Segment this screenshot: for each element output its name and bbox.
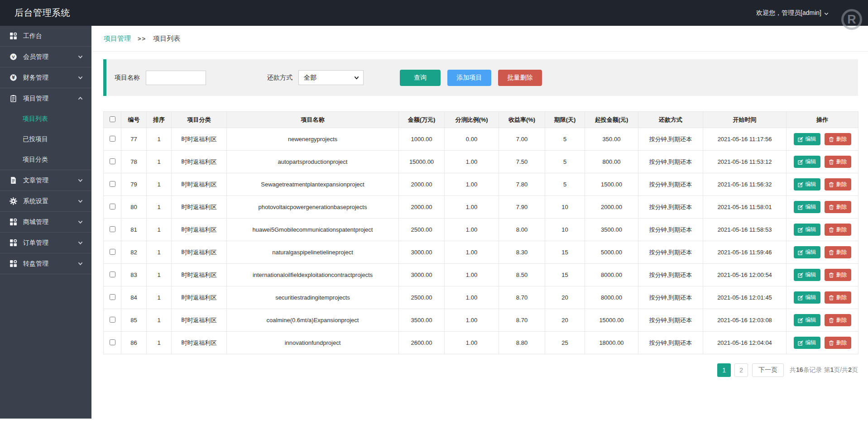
sidebar-item[interactable]: ¥ 财务管理 [0,67,91,88]
delete-button[interactable]: 删除 [825,337,851,349]
row-checkbox[interactable] [110,317,115,323]
cell-name: newenergyprojects [227,128,399,151]
projects-table: 编号排序项目分类项目名称金额(万元)分润比例(%)收益率(%)期限(天)起投金额… [103,111,858,354]
row-checkbox[interactable] [110,136,115,142]
row-checkbox[interactable] [110,158,115,164]
trash-icon [829,182,834,187]
chevron-down-icon [77,198,83,204]
cell-yield: 8.70 [499,309,545,332]
cell-profit-ratio: 1.00 [445,309,499,332]
cell-id: 85 [121,309,147,332]
app-title: 后台管理系统 [14,7,70,19]
edit-button[interactable]: 编辑 [794,156,820,168]
chevron-down-icon [77,261,83,267]
row-checkbox[interactable] [110,204,115,210]
edit-button[interactable]: 编辑 [794,178,820,191]
edit-button[interactable]: 编辑 [794,314,820,326]
column-header: 收益率(%) [499,112,545,128]
cell-actions: 编辑 删除 [786,151,858,173]
cell-yield: 7.80 [499,173,545,196]
cell-profit-ratio: 1.00 [445,286,499,309]
cell-actions: 编辑 删除 [786,128,858,151]
table-row: 85 1 时时返福利区 coalmine(0.6mt/a)Expansionpr… [104,309,858,332]
trash-icon [829,250,834,255]
sidebar-subitem[interactable]: 已投项目 [0,129,91,149]
chevron-up-icon [77,95,83,101]
cell-yield: 8.80 [499,332,545,354]
edit-button[interactable]: 编辑 [794,291,820,304]
edit-pencil-icon [798,137,803,142]
breadcrumb-section-link[interactable]: 项目管理 [104,34,131,43]
cell-actions: 编辑 删除 [786,264,858,286]
sidebar-item[interactable]: 订单管理 [0,233,91,253]
delete-button[interactable]: 删除 [825,133,851,145]
next-page-button[interactable]: 下一页 [752,363,784,377]
row-checkbox[interactable] [110,294,115,300]
cell-repayment: 按分钟,到期还本 [638,219,703,241]
main-area: 项目管理 >> 项目列表 项目名称 还款方式 全部 查询 [91,26,868,419]
edit-button[interactable]: 编辑 [794,337,820,349]
content: 项目名称 还款方式 全部 查询 添加项目 批量删除 [91,52,868,377]
delete-button[interactable]: 删除 [825,224,851,236]
cell-start-time: 2021-05-16 11:53:12 [703,151,786,173]
edit-button[interactable]: 编辑 [794,133,820,145]
delete-button[interactable]: 删除 [825,156,851,168]
cell-amount: 2000.00 [399,173,445,196]
row-checkbox[interactable] [110,181,115,187]
cell-category: 时时返福利区 [172,309,227,332]
add-project-button[interactable]: 添加项目 [447,70,491,86]
cell-name: Sewagetreatmentplantexpansionproject [227,173,399,196]
cell-min-invest: 2000.00 [585,196,638,219]
sidebar-item[interactable]: 文章管理 [0,170,91,191]
sidebar-item[interactable]: 转盘管理 [0,253,91,274]
page-button-1[interactable]: 1 [717,363,731,377]
sidebar-group: 工作台 [0,26,91,47]
repayment-method-label: 还款方式 [267,74,293,82]
edit-button[interactable]: 编辑 [794,224,820,236]
sidebar-item[interactable]: 商城管理 [0,212,91,232]
search-button[interactable]: 查询 [400,70,441,86]
cell-id: 79 [121,173,147,196]
sidebar-item[interactable]: 系统设置 [0,191,91,211]
cell-start-time: 2021-05-16 11:58:53 [703,219,786,241]
select-all-checkbox[interactable] [110,116,115,122]
delete-button[interactable]: 删除 [825,291,851,304]
bulk-delete-button[interactable]: 批量删除 [498,70,542,86]
repayment-method-select[interactable]: 全部 [298,70,364,85]
trash-icon [829,340,834,346]
row-checkbox[interactable] [110,226,115,232]
project-name-input[interactable] [146,71,206,85]
sidebar-subitem[interactable]: 项目列表 [0,109,91,129]
delete-button[interactable]: 删除 [825,178,851,191]
project-icon [10,95,17,102]
cell-amount: 2500.00 [399,219,445,241]
edit-button[interactable]: 编辑 [794,201,820,213]
cell-profit-ratio: 1.00 [445,173,499,196]
select-all-cell [104,112,121,128]
cell-category: 时时返福利区 [172,173,227,196]
row-checkbox[interactable] [110,249,115,255]
row-checkbox[interactable] [110,272,115,277]
breadcrumb: 项目管理 >> 项目列表 [91,26,868,52]
cell-amount: 2600.00 [399,332,445,354]
delete-button[interactable]: 删除 [825,246,851,258]
edit-button[interactable]: 编辑 [794,246,820,258]
cell-repayment: 按分钟,到期还本 [638,128,703,151]
cell-actions: 编辑 删除 [786,219,858,241]
edit-pencil-icon [798,318,803,323]
user-menu[interactable]: 欢迎您，管理员[admin] [756,9,829,17]
delete-button[interactable]: 删除 [825,269,851,281]
delete-button[interactable]: 删除 [825,201,851,213]
sidebar-item[interactable]: 项目管理 [0,88,91,109]
sidebar-subitem[interactable]: 项目分类 [0,149,91,170]
edit-button[interactable]: 编辑 [794,269,820,281]
delete-button[interactable]: 删除 [825,314,851,326]
sidebar-item[interactable]: 工作台 [0,26,91,46]
row-checkbox[interactable] [110,339,115,345]
sidebar-item[interactable]: V 会员管理 [0,47,91,67]
cell-start-time: 2021-05-16 12:03:08 [703,309,786,332]
cell-sort: 1 [147,151,172,173]
page-button-2[interactable]: 2 [734,363,748,377]
sidebar-group: 转盘管理 [0,253,91,274]
breadcrumb-current: 项目列表 [153,34,180,43]
